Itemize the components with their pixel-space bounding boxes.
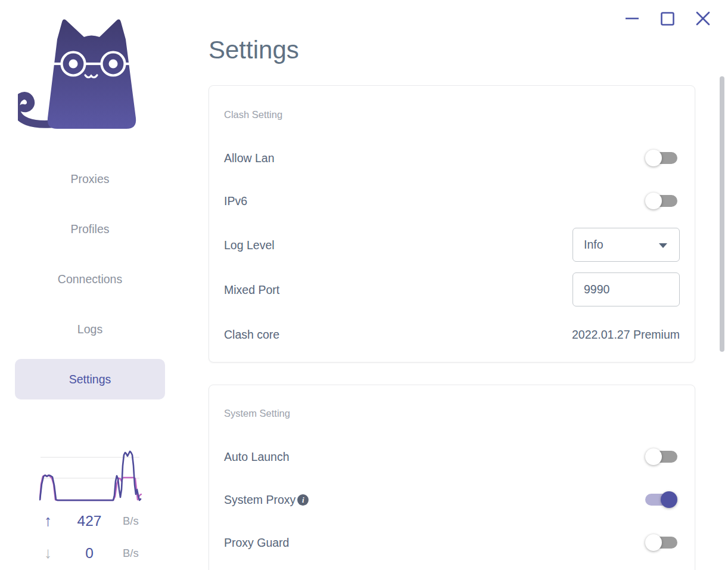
proxy-guard-label: Proxy Guard bbox=[224, 536, 289, 550]
scrollbar-thumb[interactable] bbox=[720, 76, 724, 352]
sidebar-item-proxies[interactable]: Proxies bbox=[15, 166, 165, 192]
log-level-label: Log Level bbox=[224, 238, 275, 252]
log-level-selected-value: Info bbox=[584, 238, 603, 252]
log-level-select[interactable]: Info bbox=[573, 228, 680, 262]
upload-line bbox=[40, 451, 141, 500]
system-proxy-toggle[interactable] bbox=[644, 491, 679, 508]
close-button[interactable] bbox=[695, 11, 711, 26]
upload-arrow-icon: ↑ bbox=[44, 512, 52, 529]
mixed-port-label: Mixed Port bbox=[224, 283, 279, 297]
section-label-system-setting: System Setting bbox=[224, 408, 290, 419]
system-proxy-label: System Proxy i bbox=[224, 493, 309, 507]
sidebar-item-settings[interactable]: Settings bbox=[15, 359, 165, 399]
toggle-knob bbox=[645, 448, 662, 465]
system-proxy-label-text: System Proxy bbox=[224, 493, 295, 507]
sidebar-item-profiles[interactable]: Profiles bbox=[15, 216, 165, 242]
toggle-knob bbox=[661, 491, 677, 508]
maximize-button[interactable] bbox=[660, 11, 676, 27]
allow-lan-toggle[interactable] bbox=[644, 150, 679, 166]
upload-stat-row: ↑ 427 B/s bbox=[36, 512, 149, 530]
cat-body bbox=[48, 20, 136, 129]
download-stat-row: ↓ 0 B/s bbox=[36, 544, 149, 562]
toggle-knob bbox=[645, 193, 662, 209]
mixed-port-input[interactable] bbox=[573, 272, 680, 306]
download-speed-value: 0 bbox=[67, 544, 112, 562]
dropdown-caret-icon bbox=[659, 243, 667, 248]
system-setting-card: System Setting Auto Launch System Proxy … bbox=[209, 385, 695, 570]
clash-core-value: 2022.01.27 Premium bbox=[572, 328, 680, 342]
upload-speed-unit: B/s bbox=[123, 512, 139, 530]
maximize-icon bbox=[660, 11, 676, 27]
download-speed-unit: B/s bbox=[123, 544, 139, 562]
toggle-knob bbox=[645, 534, 662, 551]
upload-speed-value: 427 bbox=[67, 512, 112, 530]
minimize-icon bbox=[624, 11, 640, 27]
info-icon[interactable]: i bbox=[297, 494, 309, 506]
clash-for-windows-app: Proxies Profiles Connections Logs Settin… bbox=[0, 0, 728, 570]
clash-core-label: Clash core bbox=[224, 328, 279, 342]
close-icon bbox=[695, 11, 711, 26]
cat-left-eye bbox=[69, 60, 78, 69]
section-label-clash-setting: Clash Setting bbox=[224, 109, 282, 120]
clash-setting-card: Clash Setting Allow Lan IPv6 Log Level I… bbox=[209, 85, 695, 363]
download-arrow-icon: ↓ bbox=[44, 544, 52, 561]
ipv6-toggle[interactable] bbox=[644, 193, 679, 209]
auto-launch-label: Auto Launch bbox=[224, 450, 290, 464]
sidebar-item-connections[interactable]: Connections bbox=[15, 266, 165, 292]
traffic-graph bbox=[39, 447, 142, 503]
minimize-button[interactable] bbox=[624, 11, 640, 27]
clash-cat-logo bbox=[18, 15, 143, 131]
page-title: Settings bbox=[209, 36, 299, 64]
proxy-guard-toggle[interactable] bbox=[644, 534, 679, 551]
cat-tail bbox=[18, 96, 51, 125]
allow-lan-label: Allow Lan bbox=[224, 151, 275, 165]
auto-launch-toggle[interactable] bbox=[644, 448, 679, 465]
ipv6-label: IPv6 bbox=[224, 194, 247, 208]
cat-right-eye bbox=[109, 60, 118, 69]
sidebar-item-logs[interactable]: Logs bbox=[15, 316, 165, 342]
toggle-knob bbox=[645, 150, 662, 166]
